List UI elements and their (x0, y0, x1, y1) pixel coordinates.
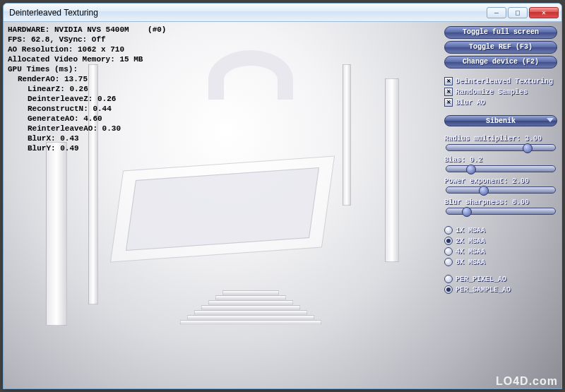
slider-radius: Radius multiplier: 3.00 (444, 135, 557, 154)
radio-msaa-1x[interactable]: 1X MSAA (444, 226, 557, 234)
toggle-fullscreen-button[interactable]: Toggle full screen (444, 26, 557, 39)
stat-deinterleave-z: DeinterleaveZ: 0.26 (8, 94, 166, 104)
stat-ao-resolution: AO Resolution: 1062 x 710 (8, 44, 166, 54)
checkbox-icon: ✕ (444, 98, 453, 107)
stats-overlay: HARDWARE: NVIDIA NVS 5400M (#0) FPS: 62.… (8, 25, 166, 153)
slider-power: Power exponent: 2.00 (444, 177, 557, 196)
stat-render-ao: RenderAO: 13.75 (8, 74, 166, 84)
slider-thumb[interactable] (466, 165, 476, 174)
slider-track[interactable] (446, 208, 556, 215)
slider-sharpness: Blur sharpness: 8.00 (444, 198, 557, 218)
checkbox-icon: ✕ (444, 88, 453, 96)
control-panel: Toggle full screen Toggle REF (F3) Chang… (444, 26, 557, 294)
slider-bias: Bias: 0.2 (444, 156, 557, 175)
slider-thumb[interactable] (479, 186, 489, 196)
stat-gpu-header: GPU Times (ms): (8, 64, 166, 74)
radio-icon (444, 275, 453, 283)
checkbox-label: Deinterleaved Texturing (456, 78, 553, 85)
scene-column (343, 64, 351, 206)
window-title: Deinterleaved Texturing (9, 8, 485, 18)
viewport-3d[interactable]: HARDWARE: NVIDIA NVS 5400M (#0) FPS: 62.… (4, 22, 561, 388)
radio-icon (444, 226, 453, 234)
radio-label: 2X MSAA (456, 237, 485, 245)
slider-track[interactable] (446, 186, 556, 194)
radio-icon (444, 258, 453, 266)
checkbox-label: Blur AO (456, 99, 485, 107)
app-window: Deinterleaved Texturing — □ ✕ HARDWARE: … (3, 3, 562, 389)
radio-msaa-2x[interactable]: 2X MSAA (444, 237, 557, 245)
toggle-ref-button[interactable]: Toggle REF (F3) (444, 41, 557, 54)
stat-hardware: HARDWARE: NVIDIA NVS 5400M (#0) (8, 25, 166, 35)
radio-label: PER_PIXEL_AO (456, 275, 506, 283)
change-device-button[interactable]: Change device (F2) (444, 56, 557, 69)
chevron-down-icon (547, 118, 554, 122)
checkbox-label: Randomize Samples (456, 88, 528, 96)
slider-track[interactable] (446, 165, 556, 172)
radio-icon (444, 237, 453, 245)
slider-label: Bias: 0.2 (444, 156, 557, 164)
scene-arch (208, 50, 293, 100)
slider-track[interactable] (446, 144, 556, 151)
scene-column (46, 142, 67, 326)
stat-reinterleave-ao: ReinterleaveAO: 0.30 (8, 124, 166, 133)
stat-generate-ao: GenerateAO: 4.60 (8, 114, 166, 124)
stat-video-memory: Allocated Video Memory: 15 MB (8, 54, 166, 64)
checkbox-randomize[interactable]: ✕ Randomize Samples (444, 88, 557, 96)
minimize-button[interactable]: — (487, 7, 506, 18)
slider-label: Radius multiplier: 3.00 (444, 135, 557, 143)
stat-blur-x: BlurX: 0.43 (8, 133, 166, 143)
titlebar[interactable]: Deinterleaved Texturing — □ ✕ (4, 4, 561, 22)
checkbox-blur-ao[interactable]: ✕ Blur AO (444, 98, 557, 107)
slider-label: Power exponent: 2.00 (444, 177, 557, 185)
radio-label: PER_SAMPLE_AO (456, 286, 511, 294)
slider-label: Blur sharpness: 8.00 (444, 198, 557, 206)
scene-column (385, 78, 399, 262)
scene-dropdown[interactable]: Sibenik (444, 115, 557, 126)
radio-per-sample-ao[interactable]: PER_SAMPLE_AO (444, 285, 557, 294)
radio-per-pixel-ao[interactable]: PER_PIXEL_AO (444, 275, 557, 283)
radio-label: 4X MSAA (456, 248, 485, 256)
maximize-button[interactable]: □ (508, 7, 528, 18)
radio-msaa-4x[interactable]: 4X MSAA (444, 247, 557, 256)
radio-icon (444, 247, 453, 256)
radio-icon (444, 285, 453, 294)
dropdown-value: Sibenik (486, 117, 516, 125)
scene-pool (126, 167, 319, 251)
radio-label: 8X MSAA (456, 259, 485, 266)
slider-thumb[interactable] (462, 207, 472, 217)
stat-fps: FPS: 62.8, VSync: Off (8, 35, 166, 44)
stat-reconstruct-n: ReconstructN: 0.44 (8, 104, 166, 114)
scene-stairs (180, 290, 321, 325)
watermark: LO4D.com (496, 375, 558, 388)
radio-msaa-8x[interactable]: 8X MSAA (444, 258, 557, 266)
stat-blur-y: BlurY: 0.49 (8, 143, 166, 153)
checkbox-deinterleaved[interactable]: ✕ Deinterleaved Texturing (444, 77, 557, 85)
close-button[interactable]: ✕ (529, 7, 559, 18)
radio-label: 1X MSAA (456, 227, 485, 234)
stat-linear-z: LinearZ: 0.26 (8, 84, 166, 94)
checkbox-icon: ✕ (444, 77, 453, 85)
slider-thumb[interactable] (523, 143, 533, 153)
